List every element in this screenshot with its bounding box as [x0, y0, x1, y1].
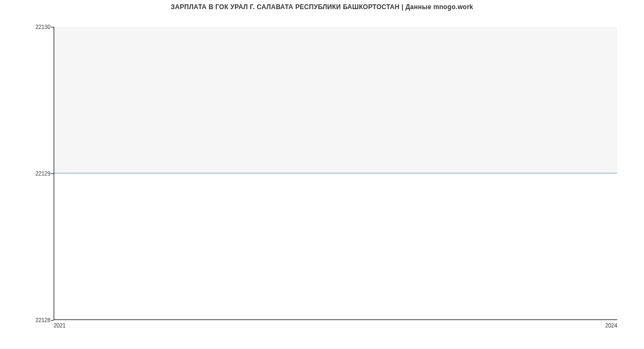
y-axis-tick-label: 22128 [35, 317, 50, 323]
plot-background-upper [54, 27, 617, 173]
plot-background-lower [54, 173, 617, 320]
y-tick-mark [51, 27, 54, 27]
y-axis-tick-label: 22129 [35, 171, 50, 177]
plot-area [54, 27, 617, 320]
y-axis-tick-label: 22130 [35, 24, 50, 30]
chart-container: ЗАРПЛАТА В ГОК УРАЛ Г. САЛАВАТА РЕСПУБЛИ… [0, 0, 644, 349]
chart-title: ЗАРПЛАТА В ГОК УРАЛ Г. САЛАВАТА РЕСПУБЛИ… [0, 3, 644, 11]
y-tick-mark [51, 173, 54, 174]
x-axis-tick-label: 2024 [605, 323, 617, 329]
x-axis-tick-label: 2021 [54, 323, 65, 329]
y-tick-mark [51, 320, 54, 321]
data-line-series [54, 173, 617, 173]
